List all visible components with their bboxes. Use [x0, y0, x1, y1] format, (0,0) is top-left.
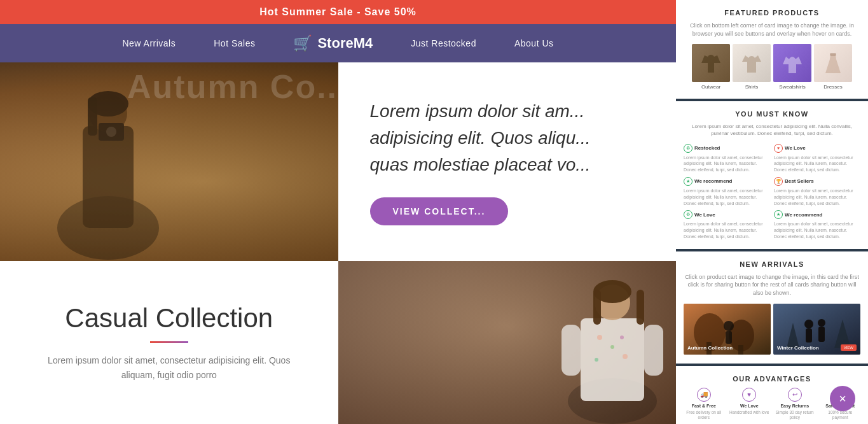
adv-title-returns: Easy Returns — [780, 404, 809, 408]
nav-link-just-restocked[interactable]: Just Restocked — [411, 38, 476, 48]
arrival-autumn-label: Autumn Collection — [687, 345, 733, 351]
ymk-text-bestsellers: Lorem ipsum dolor sit amet, consectetur … — [774, 188, 860, 206]
svg-point-11 — [623, 354, 628, 359]
feat-item-sweatshirts[interactable]: Sweatshirts — [773, 44, 811, 90]
nav-link-about-us[interactable]: About Us — [514, 38, 554, 48]
ymk-title-recommend2: We recommend — [785, 212, 822, 218]
svg-rect-27 — [726, 331, 732, 344]
bottom-section: Casual Collection Lorem ipsum dolor sit … — [0, 261, 676, 424]
svg-point-29 — [804, 320, 813, 329]
svg-rect-30 — [806, 329, 812, 343]
arrivals-grid: Autumn Collection Winter Collection VIEW — [684, 304, 860, 355]
ymk-title-welove2: We Love — [694, 212, 715, 218]
arrival-winter-btn[interactable]: VIEW — [841, 344, 857, 351]
you-must-know-title: YOU MUST KNOW — [684, 110, 860, 118]
you-must-know-section: YOU MUST KNOW Lorem ipsum dolor sit amet… — [676, 101, 868, 249]
ymk-title-restocked: Restocked — [694, 145, 720, 151]
hero-body-text: Lorem ipsum dolor sit am...adipisicing e… — [370, 98, 591, 178]
svg-rect-16 — [593, 290, 601, 325]
feat-label-dresses: Dresses — [823, 84, 842, 90]
svg-rect-25 — [738, 345, 743, 355]
adv-item-delivery: 🚚 Fast & Free Free delivery on all order… — [684, 388, 724, 421]
ymk-header-restocked: ♻ Restocked — [684, 144, 770, 153]
svg-point-10 — [610, 345, 614, 349]
svg-rect-8 — [581, 318, 644, 401]
nav-link-hot-sales[interactable]: Hot Sales — [214, 38, 255, 48]
ymk-icon-bestsellers: 🏆 — [774, 177, 783, 186]
featured-products-subtitle: Click on bottom left corner of card imag… — [684, 22, 860, 38]
feat-img-sweatshirts — [773, 44, 811, 82]
hero-left: Autumn Co... — [0, 62, 338, 261]
adv-icon-love: ♥ — [742, 388, 756, 402]
feat-label-outwear: Outwear — [701, 84, 720, 90]
svg-point-31 — [818, 319, 825, 327]
adv-icon-delivery: 🚚 — [697, 388, 711, 402]
our-advantages-title: OUR ADVANTAGES — [684, 375, 860, 383]
svg-rect-18 — [561, 325, 581, 376]
svg-rect-20 — [830, 53, 836, 56]
ymk-text-welove2: Lorem ipsum dolor sit amet, consectetur … — [684, 221, 770, 239]
svg-point-13 — [620, 336, 624, 339]
adv-title-delivery: Fast & Free — [692, 404, 716, 408]
svg-point-4 — [106, 127, 116, 137]
cart-icon: 🛒 — [293, 34, 312, 52]
ymk-title-bestsellers: Best Sellers — [785, 178, 814, 184]
adv-text-delivery: Free delivery on all orders — [684, 410, 724, 421]
ymk-header-welove: ♥ We Love — [774, 144, 860, 153]
main-content: Hot Summer Sale - Save 50% New Arrivals … — [0, 0, 676, 424]
sale-banner: Hot Summer Sale - Save 50% — [0, 0, 676, 24]
ymk-item-recommend2: ★ We recommend Lorem ipsum dolor sit ame… — [774, 210, 860, 239]
adv-text-returns: Simple 30 day return policy — [775, 410, 815, 421]
feat-item-outwear[interactable]: Outwear — [692, 44, 730, 90]
ymk-item-welove: ♥ We Love Lorem ipsum dolor sit amet, co… — [774, 144, 860, 173]
svg-rect-19 — [644, 325, 663, 376]
svg-rect-32 — [818, 327, 825, 342]
adv-icon-returns: ↩ — [788, 388, 802, 402]
feat-item-shirts[interactable]: Shirts — [733, 44, 771, 90]
arrival-winter-label: Winter Collection — [777, 345, 819, 351]
nav-logo: 🛒 StoreM4 — [293, 34, 373, 52]
casual-collection-text: Lorem ipsum dolor sit amet, consectetur … — [32, 353, 307, 382]
feat-label-sweatshirts: Sweatshirts — [779, 84, 805, 90]
you-must-know-subtitle: Lorem ipsum dolor sit amet, consectetur … — [684, 123, 860, 137]
casual-collection-title: Casual Collection — [65, 303, 273, 334]
featured-products-grid: Outwear Shirts Sweatshirts Dresses — [684, 44, 860, 90]
close-button[interactable]: × — [830, 386, 855, 411]
view-collection-button[interactable]: VIEW COLLECT... — [370, 197, 509, 225]
adv-item-love: ♥ We Love Handcrafted with love — [729, 388, 770, 421]
ymk-header-welove2: ♻ We Love — [684, 210, 770, 219]
logo-text: StoreM4 — [317, 35, 373, 52]
adv-text-love: Handcrafted with love — [729, 410, 769, 415]
right-panel: FEATURED PRODUCTS Click on bottom left c… — [676, 0, 868, 424]
ymk-text-welove: Lorem ipsum dolor sit amet, consectetur … — [774, 155, 860, 173]
hero-right: Lorem ipsum dolor sit am...adipisicing e… — [338, 62, 677, 261]
navigation: New Arrivals Hot Sales 🛒 StoreM4 Just Re… — [0, 24, 676, 62]
ymk-icon-welove2: ♻ — [684, 210, 692, 219]
featured-products-section: FEATURED PRODUCTS Click on bottom left c… — [676, 0, 868, 99]
ymk-title-recommend: We recommend — [694, 178, 732, 184]
feat-item-dresses[interactable]: Dresses — [814, 44, 852, 90]
new-arrivals-panel-title: NEW ARRIVALS — [684, 260, 860, 268]
svg-point-9 — [597, 335, 602, 340]
ymk-icon-recommend2: ★ — [774, 210, 783, 219]
ymk-icon-welove: ♥ — [774, 144, 783, 153]
arrival-autumn[interactable]: Autumn Collection — [684, 304, 771, 355]
adv-text-payment: 100% secure payment — [820, 410, 861, 421]
feat-img-shirts — [733, 44, 771, 82]
ymk-header-bestsellers: 🏆 Best Sellers — [774, 177, 860, 186]
svg-rect-17 — [637, 290, 644, 325]
arrival-winter[interactable]: Winter Collection VIEW — [773, 304, 860, 355]
hero-section: Autumn Co... Lorem ipsum dolor sit am...… — [0, 62, 676, 261]
ymk-text-recommend: Lorem ipsum dolor sit amet, consectetur … — [684, 188, 770, 206]
feat-img-outwear — [692, 44, 730, 82]
feat-img-dresses — [814, 44, 852, 82]
new-arrivals-panel-section: NEW ARRIVALS Click on product cart image… — [676, 251, 868, 364]
ymk-header-recommend2: ★ We recommend — [774, 210, 860, 219]
adv-title-love: We Love — [740, 404, 759, 408]
ymk-item-bestsellers: 🏆 Best Sellers Lorem ipsum dolor sit ame… — [774, 177, 860, 206]
svg-point-26 — [724, 321, 734, 331]
nav-link-new-arrivals[interactable]: New Arrivals — [122, 38, 176, 48]
svg-rect-6 — [88, 97, 97, 136]
svg-rect-1 — [83, 126, 134, 228]
ymk-header-recommend: ★ We recommend — [684, 177, 770, 186]
